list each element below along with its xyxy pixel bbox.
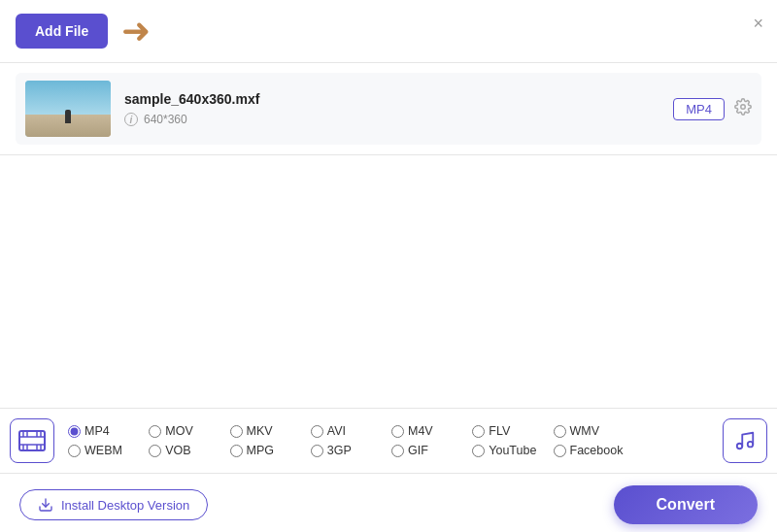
format-option-mov[interactable]: MOV [149,424,227,438]
close-button[interactable]: × [753,14,763,34]
format-label-m4v: M4V [408,424,433,438]
format-radio-3gp[interactable] [311,445,323,457]
header: Add File ➜ × [0,0,777,63]
format-badge[interactable]: MP4 [673,98,725,120]
format-option-vob[interactable]: VOB [149,444,227,457]
footer: Install Desktop Version Convert [0,474,777,532]
format-option-3gp[interactable]: 3GP [311,444,389,457]
music-icon-box[interactable] [723,418,767,463]
format-radio-wmv[interactable] [554,425,566,438]
format-option-mkv[interactable]: MKV [230,424,309,438]
main-content [0,155,777,408]
info-icon: i [124,113,138,126]
file-info: sample_640x360.mxf i 640*360 [124,91,673,126]
format-label-mpg: MPG [247,444,274,457]
svg-point-0 [741,104,746,109]
format-label-wmv: WMV [570,424,600,438]
format-label-youtube: YouTube [489,444,536,457]
format-label-3gp: 3GP [327,444,352,457]
format-option-m4v[interactable]: M4V [391,424,470,438]
file-actions: MP4 [673,98,752,120]
add-file-button[interactable]: Add File [16,14,108,49]
format-label-facebook: Facebook [570,444,624,457]
format-label-gif: GIF [408,444,428,457]
format-option-youtube[interactable]: YouTube [472,444,551,457]
svg-point-11 [737,444,743,449]
music-icon [734,430,756,451]
format-radio-mpg[interactable] [230,445,243,457]
svg-rect-2 [19,437,45,445]
file-meta: i 640*360 [124,113,673,126]
format-option-mpg[interactable]: MPG [230,444,309,457]
format-radio-m4v[interactable] [391,425,404,438]
file-list: sample_640x360.mxf i 640*360 MP4 [0,63,777,155]
film-icon-box[interactable] [10,418,54,463]
format-option-facebook[interactable]: Facebook [554,444,632,457]
format-label-mkv: MKV [247,424,273,438]
format-option-flv[interactable]: FLV [472,424,551,438]
format-option-avi[interactable]: AVI [311,424,389,438]
file-resolution: 640*360 [144,113,187,126]
format-label-mp4: MP4 [84,424,110,438]
format-label-vob: VOB [165,444,190,457]
download-icon [38,497,53,513]
format-radio-mkv[interactable] [230,425,243,438]
format-label-mov: MOV [165,424,192,438]
settings-button[interactable] [734,98,752,120]
format-options: MP4 MOV MKV AVI M4V FLV WMV [68,424,713,457]
format-radio-gif[interactable] [391,445,404,457]
arrow-icon: ➜ [121,14,151,49]
format-radio-mov[interactable] [149,425,161,438]
format-option-wmv[interactable]: WMV [554,424,632,438]
format-radio-vob[interactable] [149,445,161,457]
format-label-webm: WEBM [84,444,122,457]
format-radio-mp4[interactable] [68,425,81,438]
file-name: sample_640x360.mxf [124,91,673,107]
format-label-avi: AVI [327,424,346,438]
format-radio-flv[interactable] [472,425,485,438]
format-radio-webm[interactable] [68,445,81,457]
svg-point-12 [748,442,754,448]
thumbnail [25,81,111,137]
format-radio-avi[interactable] [311,425,323,438]
format-option-mp4[interactable]: MP4 [68,424,147,438]
format-label-flv: FLV [489,424,510,438]
format-option-webm[interactable]: WEBM [68,444,147,457]
install-label: Install Desktop Version [61,498,189,513]
format-radio-facebook[interactable] [554,445,566,457]
convert-button[interactable]: Convert [614,485,758,524]
file-item: sample_640x360.mxf i 640*360 MP4 [16,73,761,145]
install-desktop-button[interactable]: Install Desktop Version [19,489,208,520]
film-icon [18,430,46,451]
format-option-gif[interactable]: GIF [391,444,470,457]
format-radio-youtube[interactable] [472,445,485,457]
format-bar: MP4 MOV MKV AVI M4V FLV WMV [0,408,777,474]
